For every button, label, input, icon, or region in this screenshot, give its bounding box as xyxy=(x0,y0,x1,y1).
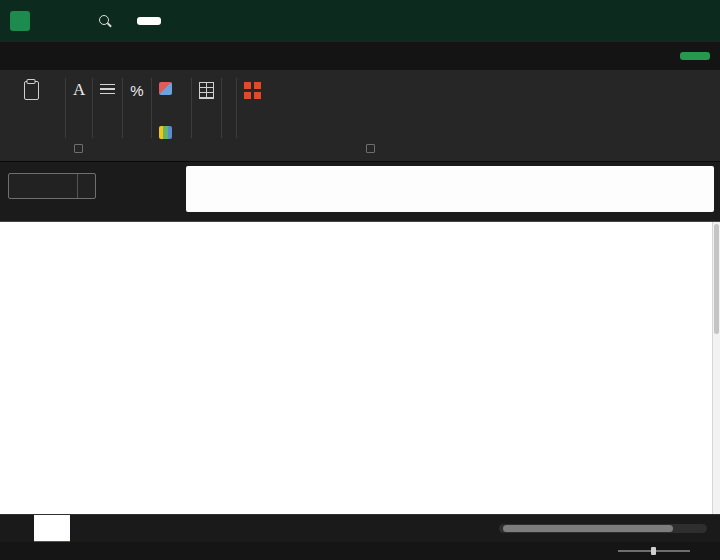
add-ins-icon xyxy=(244,82,261,99)
ribbon-divider xyxy=(191,78,192,138)
worksheet-area xyxy=(0,222,720,514)
ribbon-divider xyxy=(92,78,93,138)
add-ins-button[interactable] xyxy=(244,75,261,106)
font-icon: A xyxy=(73,80,85,100)
paste-clipboard-icon xyxy=(24,81,39,100)
sheet-tab-bar xyxy=(0,514,720,542)
cell-styles-icon xyxy=(159,126,172,139)
ribbon-divider xyxy=(122,78,123,138)
titlebar xyxy=(0,0,720,42)
share-button[interactable] xyxy=(680,52,710,60)
clipboard-group-label xyxy=(12,144,140,153)
horizontal-scrollbar-thumb[interactable] xyxy=(503,525,673,532)
name-box[interactable] xyxy=(8,173,96,199)
number-button[interactable]: % xyxy=(130,75,143,109)
cells-button[interactable] xyxy=(199,75,214,109)
ribbon: A % xyxy=(0,70,720,162)
alignment-button[interactable] xyxy=(100,75,115,109)
cell-styles-button[interactable] xyxy=(159,122,184,143)
excel-window: A % xyxy=(0,0,720,560)
formula-text xyxy=(186,166,714,171)
formula-input[interactable] xyxy=(186,166,714,212)
ribbon-group-labels xyxy=(0,144,720,159)
styles-dialog-launcher-icon[interactable] xyxy=(366,144,375,153)
excel-logo[interactable] xyxy=(10,11,30,31)
search-icon[interactable] xyxy=(98,14,112,28)
alignment-icon xyxy=(100,84,115,96)
conditional-formatting-button[interactable] xyxy=(159,78,184,99)
cells-icon xyxy=(199,82,214,99)
zoom-slider[interactable] xyxy=(618,550,690,552)
format-as-table-button[interactable] xyxy=(159,100,184,121)
clipboard-dialog-launcher-icon[interactable] xyxy=(74,144,83,153)
vertical-scrollbar-thumb[interactable] xyxy=(714,224,719,334)
sheet-grid xyxy=(0,222,712,514)
number-format-icon: % xyxy=(130,82,143,99)
ribbon-divider xyxy=(65,78,66,138)
font-button[interactable]: A xyxy=(73,75,85,109)
styles-group xyxy=(159,75,184,143)
ribbon-divider xyxy=(236,78,237,138)
vertical-scrollbar[interactable] xyxy=(712,222,720,514)
zoom-slider-thumb[interactable] xyxy=(651,547,656,555)
ribbon-divider xyxy=(221,78,222,138)
ribbon-divider xyxy=(151,78,152,138)
horizontal-scrollbar-track[interactable] xyxy=(499,524,707,533)
status-bar-right xyxy=(578,550,710,552)
styles-group-label xyxy=(288,144,448,153)
formula-bar xyxy=(0,162,720,222)
horizontal-scrollbar xyxy=(494,524,712,533)
ribbon-content: A % xyxy=(0,70,720,142)
conditional-formatting-icon xyxy=(159,82,172,95)
menubar xyxy=(0,42,720,70)
name-box-chevron-icon[interactable] xyxy=(77,174,95,198)
status-bar xyxy=(0,542,720,560)
sign-in-button[interactable] xyxy=(137,17,161,25)
paste-button[interactable] xyxy=(8,75,54,109)
sheet-tab-sheet1[interactable] xyxy=(34,515,70,543)
